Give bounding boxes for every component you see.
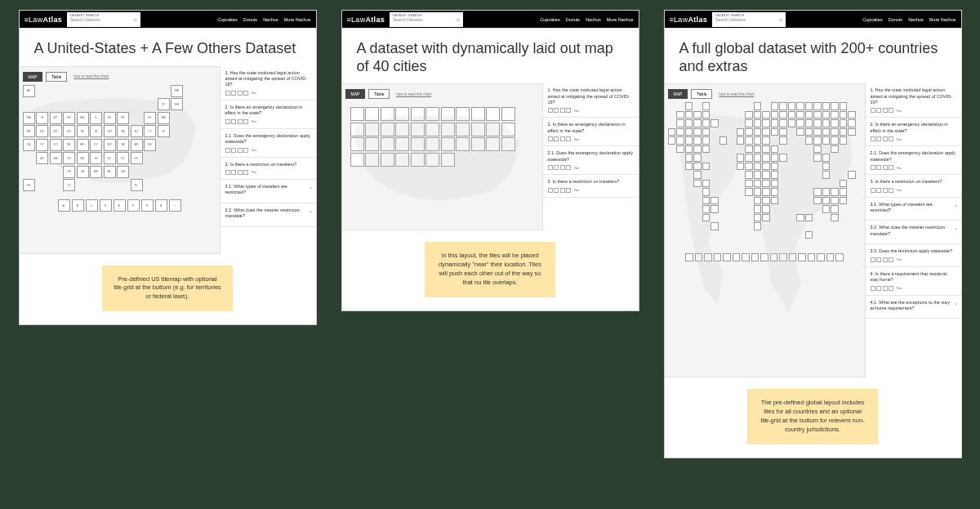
question-item[interactable]: 3. Is there a restriction on travelers?Y…	[866, 175, 961, 197]
country-tile[interactable]	[788, 111, 796, 119]
country-tile[interactable]	[840, 111, 848, 119]
state-tile[interactable]: MD	[131, 139, 143, 151]
country-tile[interactable]	[771, 188, 779, 196]
country-tile[interactable]	[805, 136, 813, 145]
country-tile[interactable]	[771, 180, 779, 188]
country-tile[interactable]	[754, 145, 762, 154]
country-tile[interactable]	[813, 111, 822, 119]
search-icon[interactable]: ⌕	[779, 16, 782, 22]
answer-option[interactable]	[231, 148, 236, 153]
country-tile[interactable]	[762, 171, 770, 179]
country-tile[interactable]	[737, 136, 745, 145]
country-tile[interactable]	[693, 154, 702, 162]
state-tile[interactable]: AR	[77, 152, 89, 164]
tab-table[interactable]: Table	[46, 72, 67, 82]
country-tile[interactable]	[702, 214, 710, 222]
country-tile[interactable]	[702, 128, 710, 136]
country-tile[interactable]	[754, 171, 762, 179]
state-tile[interactable]: IA	[77, 125, 89, 137]
country-tile[interactable]	[745, 188, 753, 196]
country-tile[interactable]	[813, 145, 822, 154]
answer-option[interactable]	[883, 286, 888, 291]
country-tile[interactable]	[737, 128, 745, 136]
state-tile[interactable]: TX	[63, 179, 75, 191]
country-tile[interactable]	[796, 119, 804, 127]
country-tile[interactable]	[754, 128, 762, 136]
country-tile[interactable]	[754, 154, 762, 162]
answer-option[interactable]	[889, 257, 893, 262]
country-tile[interactable]	[813, 197, 822, 205]
state-tile[interactable]: AK	[23, 85, 35, 97]
state-tile[interactable]: HI	[23, 179, 35, 191]
country-tile[interactable]	[754, 119, 762, 127]
state-tile[interactable]: IN	[90, 125, 102, 137]
state-tile[interactable]: VA	[117, 139, 129, 151]
answer-option[interactable]	[566, 165, 571, 170]
country-tile[interactable]	[805, 119, 813, 127]
state-tile[interactable]: OK	[63, 166, 75, 178]
how-to-read-link[interactable]: how to read this chart	[719, 92, 754, 96]
country-tile[interactable]	[822, 163, 831, 171]
answer-option[interactable]	[871, 188, 875, 193]
question-item[interactable]: 4.1. What are the exceptions to the stay…	[866, 296, 961, 319]
country-tile[interactable]	[822, 197, 831, 205]
country-tile[interactable]	[745, 136, 753, 145]
state-tile[interactable]: MN	[77, 112, 89, 124]
country-tile[interactable]	[693, 111, 702, 119]
country-tile[interactable]	[813, 102, 822, 110]
country-tile[interactable]	[754, 205, 762, 213]
country-tile[interactable]	[831, 128, 839, 136]
question-item[interactable]: 3. Is there a restriction on travelers?Y…	[543, 175, 639, 197]
answer-option[interactable]	[225, 170, 230, 175]
answer-option[interactable]	[560, 108, 565, 113]
country-tile[interactable]	[668, 128, 676, 136]
question-item[interactable]: 1. Has the state instituted legal action…	[543, 83, 639, 118]
country-tile[interactable]	[840, 188, 848, 196]
state-tile[interactable]: MS	[90, 166, 102, 178]
answer-option[interactable]	[548, 108, 553, 113]
country-tile[interactable]	[831, 205, 839, 213]
country-tile[interactable]	[702, 111, 710, 119]
nav-donuts[interactable]: Donuts	[889, 17, 902, 22]
answer-option[interactable]	[554, 108, 559, 113]
tab-map[interactable]: MAP	[345, 89, 366, 99]
country-tile[interactable]	[745, 154, 753, 162]
nav-donuts[interactable]: Donuts	[243, 17, 257, 22]
state-tile[interactable]: KS	[63, 152, 75, 164]
tab-map[interactable]: MAP	[668, 89, 688, 99]
country-tile[interactable]	[710, 222, 719, 230]
question-item[interactable]: 3. Is there a restriction on travelers?Y…	[220, 158, 316, 180]
country-tile[interactable]	[788, 119, 796, 127]
answer-option[interactable]	[566, 136, 571, 141]
state-tile[interactable]: RI	[158, 125, 170, 137]
state-tile[interactable]: CA	[23, 139, 35, 151]
country-tile[interactable]	[693, 119, 702, 127]
country-tile[interactable]	[822, 205, 831, 213]
state-tile[interactable]: IL	[90, 112, 102, 124]
question-item[interactable]: 2.1. Does the emergency declaration appl…	[866, 146, 961, 175]
country-tile[interactable]	[685, 163, 693, 171]
country-tile[interactable]	[848, 111, 856, 119]
country-tile[interactable]	[693, 180, 702, 188]
answer-option[interactable]	[554, 188, 559, 193]
country-tile[interactable]	[676, 136, 684, 145]
country-tile[interactable]	[685, 102, 693, 110]
how-to-read-link[interactable]: how to read this chart	[396, 92, 431, 96]
search-input[interactable]: DATASET SEARCH Search Datasets ⌕	[67, 12, 140, 27]
chevron-down-icon[interactable]: ⌄	[954, 300, 958, 306]
state-tile[interactable]: OR	[23, 125, 35, 137]
answer-option[interactable]	[225, 91, 230, 96]
country-tile[interactable]	[702, 197, 710, 205]
state-tile[interactable]: WI	[104, 112, 116, 124]
logo[interactable]: ≡LawAtlas	[24, 16, 63, 24]
answer-option[interactable]	[560, 136, 565, 141]
search-icon[interactable]: ⌕	[134, 16, 137, 22]
country-tile[interactable]	[822, 102, 831, 110]
country-tile[interactable]	[685, 111, 693, 119]
nav-nachos[interactable]: Nachos	[586, 17, 601, 22]
country-tile[interactable]	[771, 197, 779, 205]
country-tile[interactable]	[779, 128, 787, 136]
answer-option[interactable]	[871, 257, 875, 262]
country-tile[interactable]	[840, 119, 848, 127]
tab-table[interactable]: Table	[691, 89, 712, 99]
